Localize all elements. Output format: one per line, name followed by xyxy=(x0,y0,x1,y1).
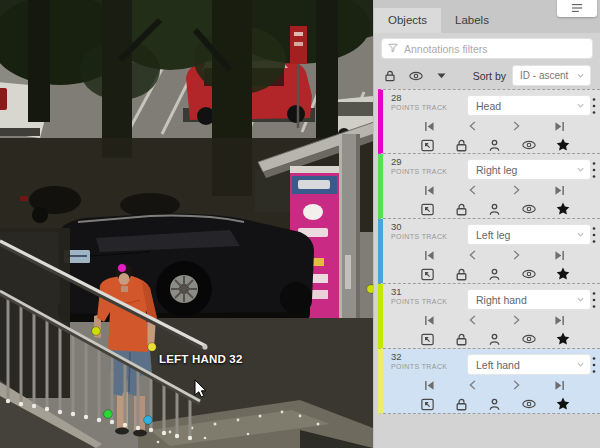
keyframe-star-icon[interactable] xyxy=(555,396,571,412)
video-frame xyxy=(0,0,373,448)
selected-point-label: LEFT HAND 32 xyxy=(159,353,243,365)
keyframe-star-icon[interactable] xyxy=(555,331,571,347)
annotation-canvas[interactable]: LEFT HAND 32 xyxy=(0,0,373,448)
annotations-filter-input[interactable] xyxy=(381,38,593,59)
collapse-all-button[interactable] xyxy=(435,69,448,82)
keypoint-left-hand[interactable] xyxy=(148,343,157,352)
object-track-item[interactable]: 28 POINTS TRACK Head xyxy=(378,89,600,154)
sort-order-value: ID - ascent xyxy=(520,70,575,81)
sort-by-label: Sort by xyxy=(473,70,506,82)
first-keyframe-icon[interactable] xyxy=(423,379,436,392)
keypoint-right-leg[interactable] xyxy=(104,410,113,419)
label-dropdown[interactable]: Left leg xyxy=(467,224,591,245)
keyframe-star-icon[interactable] xyxy=(555,266,571,282)
object-type-label: POINTS TRACK xyxy=(391,103,447,112)
object-id: 30 xyxy=(391,222,447,232)
switch-outside-icon[interactable] xyxy=(420,397,435,412)
occluded-person-icon[interactable] xyxy=(487,138,502,153)
kebab-menu-icon[interactable] xyxy=(590,160,598,180)
chevron-down-icon xyxy=(575,164,586,175)
keyframe-star-icon[interactable] xyxy=(555,201,571,217)
occluded-person-icon[interactable] xyxy=(487,267,502,282)
tab-objects[interactable]: Objects xyxy=(374,8,441,33)
first-keyframe-icon[interactable] xyxy=(423,249,436,262)
keypoint-left-leg[interactable] xyxy=(144,416,153,425)
unlock-icon[interactable] xyxy=(454,138,469,153)
label-dropdown[interactable]: Left hand xyxy=(467,354,591,375)
switch-outside-icon[interactable] xyxy=(420,138,435,153)
last-keyframe-icon[interactable] xyxy=(553,120,566,133)
sort-order-select[interactable]: ID - ascent xyxy=(512,65,591,86)
unlock-icon[interactable] xyxy=(454,332,469,347)
switch-outside-icon[interactable] xyxy=(420,332,435,347)
prev-keyframe-icon[interactable] xyxy=(467,249,479,261)
unlock-icon[interactable] xyxy=(454,267,469,282)
prev-keyframe-icon[interactable] xyxy=(467,120,479,132)
hidden-eye-icon[interactable] xyxy=(521,138,537,152)
first-keyframe-icon[interactable] xyxy=(423,314,436,327)
next-keyframe-icon[interactable] xyxy=(510,379,522,391)
next-keyframe-icon[interactable] xyxy=(510,314,522,326)
item-actions-row xyxy=(383,329,600,349)
label-dropdown-value: Right hand xyxy=(476,294,575,306)
last-keyframe-icon[interactable] xyxy=(553,184,566,197)
hidden-eye-icon[interactable] xyxy=(521,397,537,411)
keyframe-nav-row xyxy=(383,376,600,394)
label-dropdown-value: Right leg xyxy=(476,164,575,176)
last-keyframe-icon[interactable] xyxy=(553,314,566,327)
filter-funnel-icon xyxy=(387,42,399,54)
label-dropdown[interactable]: Right leg xyxy=(467,159,591,180)
next-keyframe-icon[interactable] xyxy=(510,249,522,261)
hidden-eye-icon[interactable] xyxy=(521,202,537,216)
object-track-item[interactable]: 30 POINTS TRACK Left leg xyxy=(378,219,600,284)
lock-all-button[interactable] xyxy=(383,69,397,83)
prev-keyframe-icon[interactable] xyxy=(467,379,479,391)
kebab-menu-icon[interactable] xyxy=(590,96,598,116)
prev-keyframe-icon[interactable] xyxy=(467,184,479,196)
tab-labels[interactable]: Labels xyxy=(441,8,503,33)
object-type-label: POINTS TRACK xyxy=(391,297,447,306)
keyframe-star-icon[interactable] xyxy=(555,137,571,153)
unlock-icon[interactable] xyxy=(454,202,469,217)
label-dropdown[interactable]: Head xyxy=(467,95,591,116)
last-keyframe-icon[interactable] xyxy=(553,249,566,262)
next-keyframe-icon[interactable] xyxy=(510,120,522,132)
object-id: 28 xyxy=(391,93,447,103)
keypoint-head[interactable] xyxy=(118,264,127,273)
unlock-icon[interactable] xyxy=(454,397,469,412)
objects-sidebar: Objects Labels xyxy=(373,0,600,448)
filter-row xyxy=(374,33,600,62)
switch-outside-icon[interactable] xyxy=(420,267,435,282)
hidden-eye-icon[interactable] xyxy=(521,267,537,281)
appearance-menu-button[interactable] xyxy=(557,0,597,17)
objects-controls-row: Sort by ID - ascent xyxy=(374,62,600,89)
kebab-menu-icon[interactable] xyxy=(590,355,598,375)
object-track-item[interactable]: 29 POINTS TRACK Right leg xyxy=(378,154,600,219)
occluded-person-icon[interactable] xyxy=(487,202,502,217)
occluded-person-icon[interactable] xyxy=(487,332,502,347)
keypoint-right-hand[interactable] xyxy=(92,327,101,336)
first-keyframe-icon[interactable] xyxy=(423,184,436,197)
hidden-eye-icon[interactable] xyxy=(521,332,537,346)
last-keyframe-icon[interactable] xyxy=(553,379,566,392)
kebab-menu-icon[interactable] xyxy=(590,225,598,245)
kebab-menu-icon[interactable] xyxy=(590,290,598,310)
label-dropdown[interactable]: Right hand xyxy=(467,289,591,310)
first-keyframe-icon[interactable] xyxy=(423,120,436,133)
switch-outside-icon[interactable] xyxy=(420,202,435,217)
chevron-down-icon xyxy=(575,100,586,111)
label-dropdown-value: Left hand xyxy=(476,359,575,371)
occluded-person-icon[interactable] xyxy=(487,397,502,412)
annotation-app: LEFT HAND 32 Objects Labels xyxy=(0,0,600,448)
object-track-item[interactable]: 32 POINTS TRACK Left hand xyxy=(378,349,600,414)
menu-unfold-icon xyxy=(570,2,584,14)
keyframe-nav-row xyxy=(383,181,600,199)
black-car xyxy=(58,214,314,322)
next-keyframe-icon[interactable] xyxy=(510,184,522,196)
hide-all-button[interactable] xyxy=(408,69,424,83)
item-header: 29 POINTS TRACK Right leg xyxy=(383,157,600,181)
object-track-item[interactable]: 31 POINTS TRACK Right hand xyxy=(378,284,600,349)
item-actions-row xyxy=(383,199,600,219)
item-header: 28 POINTS TRACK Head xyxy=(383,93,600,117)
prev-keyframe-icon[interactable] xyxy=(467,314,479,326)
